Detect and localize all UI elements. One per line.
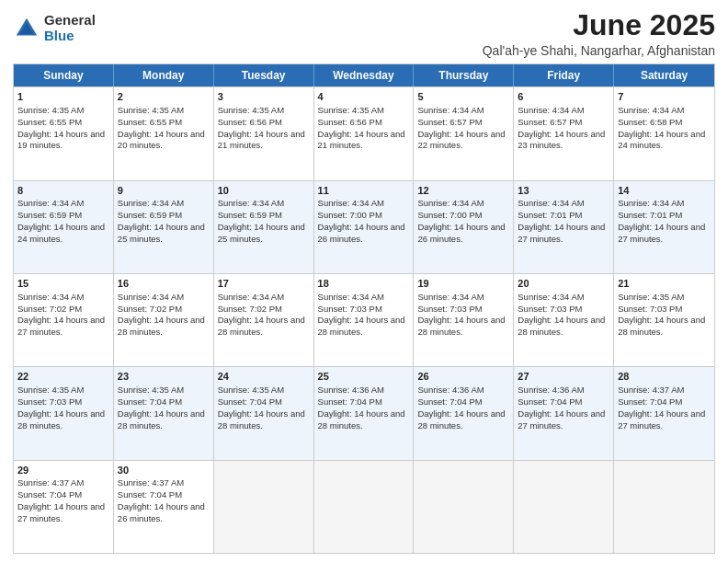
daylight: Daylight: 14 hours and 26 minutes. (318, 222, 405, 244)
logo-blue: Blue (44, 29, 96, 44)
day-num: 1 (17, 90, 109, 104)
day-num: 19 (417, 277, 509, 291)
cell-1-fri: 6 Sunrise: 4:34 AM Sunset: 6:57 PM Dayli… (514, 87, 614, 179)
cell-2-tue: 10 Sunrise: 4:34 AM Sunset: 6:59 PM Dayl… (214, 181, 314, 273)
week-row-1: 1 Sunrise: 4:35 AM Sunset: 6:55 PM Dayli… (14, 86, 714, 179)
sunrise: Sunrise: 4:34 AM (17, 198, 84, 208)
sunrise: Sunrise: 4:37 AM (118, 477, 184, 488)
sunrise: Sunrise: 4:35 AM (318, 105, 384, 115)
logo: General Blue (13, 13, 96, 43)
sunrise: Sunrise: 4:34 AM (518, 198, 584, 208)
header: General Blue June 2025 Qal'ah-ye Shahi, … (13, 9, 715, 58)
sunrise: Sunrise: 4:34 AM (618, 198, 684, 208)
cell-4-mon: 23 Sunrise: 4:35 AM Sunset: 7:04 PM Dayl… (114, 367, 214, 459)
cell-3-fri: 20 Sunrise: 4:34 AM Sunset: 7:03 PM Dayl… (514, 274, 614, 366)
cell-1-sat: 7 Sunrise: 4:34 AM Sunset: 6:58 PM Dayli… (614, 87, 714, 179)
header-thursday: Thursday (414, 64, 514, 86)
day-num: 7 (618, 90, 711, 104)
sunset: Sunset: 7:03 PM (417, 304, 482, 314)
daylight: Daylight: 14 hours and 27 minutes. (518, 408, 605, 431)
day-num: 5 (417, 90, 509, 104)
day-num: 15 (17, 277, 109, 291)
sunset: Sunset: 7:04 PM (218, 396, 282, 407)
cell-5-mon: 30 Sunrise: 4:37 AM Sunset: 7:04 PM Dayl… (114, 461, 214, 553)
sunrise: Sunrise: 4:36 AM (417, 385, 483, 395)
cell-4-fri: 27 Sunrise: 4:36 AM Sunset: 7:04 PM Dayl… (514, 367, 614, 459)
sunset: Sunset: 7:03 PM (518, 304, 582, 314)
sunset: Sunset: 7:02 PM (17, 304, 82, 314)
logo-text: General Blue (44, 13, 96, 43)
sunset: Sunset: 7:02 PM (118, 304, 182, 314)
daylight: Daylight: 14 hours and 20 minutes. (118, 129, 205, 151)
title-location: Qal'ah-ye Shahi, Nangarhar, Afghanistan (483, 43, 715, 58)
sunset: Sunset: 6:55 PM (17, 117, 82, 127)
daylight: Daylight: 14 hours and 28 minutes. (318, 315, 405, 337)
day-num: 26 (417, 370, 509, 384)
sunrise: Sunrise: 4:34 AM (417, 198, 483, 208)
sunrise: Sunrise: 4:34 AM (618, 105, 684, 115)
week-row-3: 15 Sunrise: 4:34 AM Sunset: 7:02 PM Dayl… (14, 273, 714, 366)
sunset: Sunset: 7:02 PM (218, 304, 282, 314)
day-num: 4 (318, 90, 410, 104)
sunrise: Sunrise: 4:37 AM (618, 385, 684, 395)
sunrise: Sunrise: 4:34 AM (17, 292, 84, 302)
sunset: Sunset: 6:57 PM (518, 117, 582, 127)
daylight: Daylight: 14 hours and 28 minutes. (518, 315, 605, 337)
daylight: Daylight: 14 hours and 28 minutes. (118, 408, 205, 431)
sunrise: Sunrise: 4:35 AM (118, 105, 184, 115)
sunset: Sunset: 6:59 PM (17, 210, 82, 220)
sunset: Sunset: 7:03 PM (17, 396, 82, 407)
cell-5-sat-empty (614, 461, 714, 553)
sunset: Sunset: 6:55 PM (118, 117, 182, 127)
cell-5-sun: 29 Sunrise: 4:37 AM Sunset: 7:04 PM Dayl… (14, 461, 114, 553)
sunset: Sunset: 6:59 PM (118, 210, 182, 220)
day-num: 18 (318, 277, 410, 291)
sunset: Sunset: 6:58 PM (618, 117, 682, 127)
daylight: Daylight: 14 hours and 27 minutes. (618, 408, 705, 431)
daylight: Daylight: 14 hours and 28 minutes. (318, 408, 405, 431)
day-num: 22 (17, 370, 109, 384)
cell-4-sat: 28 Sunrise: 4:37 AM Sunset: 7:04 PM Dayl… (614, 367, 714, 459)
calendar: Sunday Monday Tuesday Wednesday Thursday… (13, 63, 715, 554)
title-month: June 2025 (483, 9, 715, 41)
daylight: Daylight: 14 hours and 21 minutes. (218, 129, 305, 151)
sunset: Sunset: 7:00 PM (318, 210, 382, 220)
daylight: Daylight: 14 hours and 27 minutes. (17, 315, 105, 337)
daylight: Daylight: 14 hours and 25 minutes. (218, 222, 305, 244)
sunrise: Sunrise: 4:34 AM (417, 105, 483, 115)
logo-icon (13, 15, 40, 42)
cell-5-thu-empty (414, 461, 514, 553)
sunrise: Sunrise: 4:36 AM (518, 385, 584, 395)
sunrise: Sunrise: 4:35 AM (218, 385, 284, 395)
daylight: Daylight: 14 hours and 21 minutes. (318, 129, 405, 151)
daylight: Daylight: 14 hours and 25 minutes. (118, 222, 205, 244)
header-wednesday: Wednesday (314, 64, 415, 86)
day-num: 12 (417, 184, 509, 198)
daylight: Daylight: 14 hours and 28 minutes. (417, 315, 505, 337)
week-row-5: 29 Sunrise: 4:37 AM Sunset: 7:04 PM Dayl… (14, 460, 714, 553)
week-row-4: 22 Sunrise: 4:35 AM Sunset: 7:03 PM Dayl… (14, 366, 714, 459)
daylight: Daylight: 14 hours and 26 minutes. (417, 222, 505, 244)
cell-4-tue: 24 Sunrise: 4:35 AM Sunset: 7:04 PM Dayl… (214, 367, 314, 459)
day-num: 29 (17, 464, 109, 477)
cell-2-mon: 9 Sunrise: 4:34 AM Sunset: 6:59 PM Dayli… (114, 181, 214, 273)
page: General Blue June 2025 Qal'ah-ye Shahi, … (0, 0, 728, 563)
sunset: Sunset: 6:56 PM (218, 117, 282, 127)
day-num: 8 (17, 184, 109, 198)
daylight: Daylight: 14 hours and 23 minutes. (518, 129, 605, 151)
daylight: Daylight: 14 hours and 27 minutes. (618, 222, 705, 244)
day-num: 27 (518, 370, 609, 384)
sunrise: Sunrise: 4:37 AM (17, 477, 84, 488)
sunrise: Sunrise: 4:34 AM (318, 292, 384, 302)
sunrise: Sunrise: 4:35 AM (118, 385, 184, 395)
day-num: 2 (118, 90, 210, 104)
week-row-2: 8 Sunrise: 4:34 AM Sunset: 6:59 PM Dayli… (14, 180, 714, 273)
cell-5-tue-empty (214, 461, 314, 553)
header-tuesday: Tuesday (214, 64, 314, 86)
sunset: Sunset: 7:00 PM (417, 210, 482, 220)
day-num: 14 (618, 184, 711, 198)
sunset: Sunset: 7:03 PM (318, 304, 382, 314)
sunrise: Sunrise: 4:35 AM (17, 105, 84, 115)
day-num: 3 (218, 90, 310, 104)
sunset: Sunset: 7:03 PM (618, 304, 682, 314)
